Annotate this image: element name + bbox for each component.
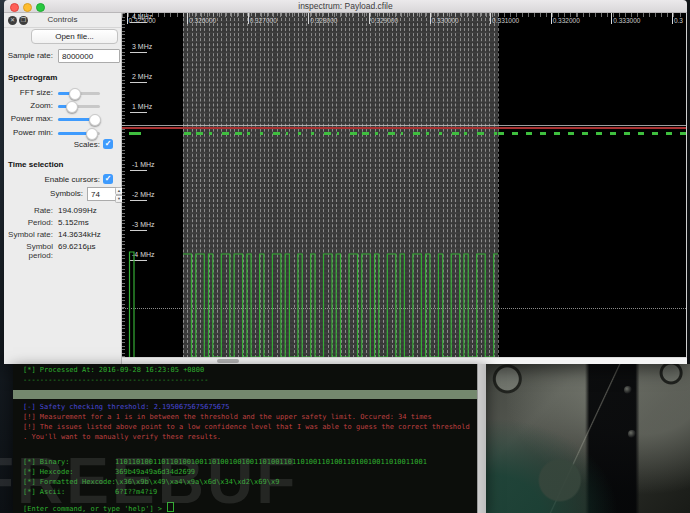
terminal-content[interactable]: [*] Processed At: 2016-09-28 16:23:05 +0… (13, 364, 478, 513)
time-selection-section-header: Time selection (8, 160, 63, 169)
terminal-result-formatted-hexcode: [*] Formatted Hexcode:\x36\x9b\x49\xa4\x… (23, 478, 279, 486)
terminal-prompt[interactable]: [Enter command, or type 'help'] > (23, 502, 174, 513)
fft-size-label: FFT size: (4, 88, 53, 97)
desktop: inspectrum: Payload.cfile ✕ ❐ Controls O… (0, 0, 690, 513)
photo-bolt (624, 386, 632, 394)
controls-dock-header[interactable]: ✕ ❐ Controls (4, 13, 121, 28)
spectrogram-section-header: Spectrogram (8, 73, 57, 82)
spectrogram-view[interactable]: 0.3250000.3260000.3270000.3280000.329000… (122, 13, 687, 357)
terminal-scrollbar[interactable] (477, 364, 486, 513)
desktop-photo (480, 364, 690, 513)
power-max-row: Power max: (4, 112, 121, 126)
terminal-line-threshold: [-] Safety checking threshold: 2.1950675… (23, 403, 230, 411)
window-title: inspectrum: Payload.cfile (4, 1, 687, 11)
symbols-input[interactable] (87, 187, 117, 201)
symbols-row: Symbols: ▲ ▼ (4, 187, 121, 201)
open-file-button[interactable]: Open file... (31, 29, 118, 44)
terminal-line-processed: [*] Processed At: 2016-09-28 16:23:05 +0… (23, 366, 204, 374)
sample-rate-row: Sample rate: (4, 49, 121, 63)
dock-title: Controls (4, 15, 121, 24)
terminal-line-warning-2: [!] The issues listed above point to a l… (23, 423, 470, 431)
enable-cursors-row: Enable cursors: ✓ (4, 173, 121, 187)
scales-checkbox[interactable]: ✓ (103, 139, 113, 149)
sample-rate-input[interactable] (58, 49, 120, 63)
terminal-result-hexcode: [*] Hexcode:369b49a49a6d34d2699 (23, 468, 195, 476)
terminal-cursor (167, 502, 174, 512)
power-max-label: Power max: (4, 114, 53, 123)
enable-cursors-label: Enable cursors: (4, 175, 100, 184)
terminal-result-ascii: [*] Ascii:6?I??m4?i9 (23, 488, 157, 496)
scrollbar-handle[interactable] (217, 359, 239, 363)
zoom-row: Zoom: (4, 99, 121, 113)
titlebar[interactable]: inspectrum: Payload.cfile (4, 0, 687, 13)
power-min-label: Power min: (4, 128, 53, 137)
scales-label: Scales: (4, 140, 100, 149)
controls-panel: ✕ ❐ Controls Open file... Sample rate: S… (4, 13, 122, 364)
photo-bolt (628, 430, 636, 438)
fft-size-row: FFT size: (4, 86, 121, 100)
spectrogram-scrollbar[interactable] (122, 357, 687, 364)
sample-rate-label: Sample rate: (4, 51, 53, 60)
enable-cursors-checkbox[interactable]: ✓ (103, 174, 113, 184)
fft-size-slider[interactable] (58, 87, 100, 99)
inspectrum-window: inspectrum: Payload.cfile ✕ ❐ Controls O… (4, 0, 687, 364)
zoom-label: Zoom: (4, 101, 53, 110)
terminal-highlight-bar (13, 390, 478, 399)
power-max-slider[interactable] (58, 113, 100, 125)
stat-row: Symbol period:69.6216µs (4, 240, 121, 254)
demodulated-waveform (122, 13, 687, 357)
terminal-line-divider: ----------------------------------------… (23, 376, 208, 384)
scales-row: Scales: ✓ (4, 138, 121, 152)
terminal-result-binary: [*] Binary:11011010011011010010011010010… (23, 458, 427, 466)
terminal-line-warning-3: . You'll want to manually verify these r… (23, 433, 221, 441)
zoom-slider[interactable] (58, 100, 100, 112)
terminal-line-warning-1: [!] Measurement for a 1 is in between th… (23, 413, 432, 421)
terminal-window: [*] Processed At: 2016-09-28 16:23:05 +0… (13, 364, 486, 513)
symbols-label: Symbols: (4, 189, 83, 198)
